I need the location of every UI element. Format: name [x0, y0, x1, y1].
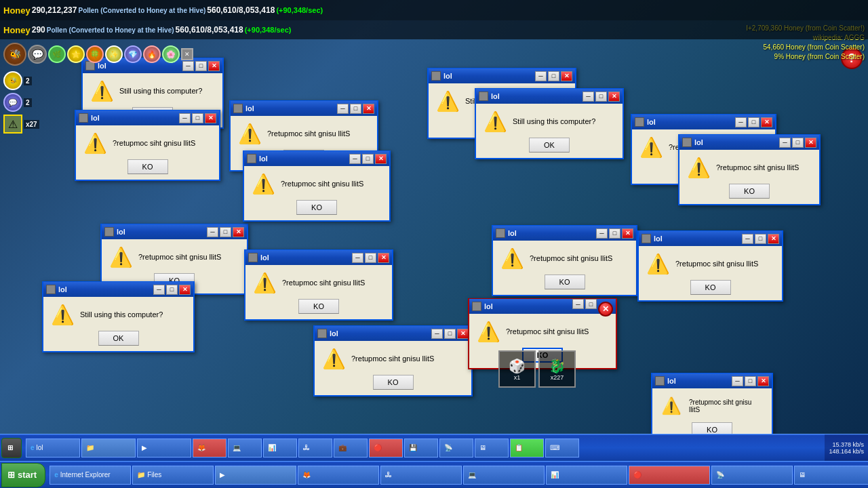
- taskbar-main-ff[interactable]: 🦊: [298, 466, 379, 485]
- max-14[interactable]: □: [755, 234, 766, 244]
- game-icon-6[interactable]: ✨: [105, 45, 123, 63]
- max-11[interactable]: □: [166, 285, 178, 295]
- taskbar-main-10[interactable]: 🖥: [794, 466, 868, 485]
- taskbar-item-4[interactable]: 🦊: [193, 439, 226, 458]
- dialog-15-title: lol: [472, 302, 493, 311]
- max-9[interactable]: □: [220, 227, 231, 237]
- min-4[interactable]: ─: [349, 154, 361, 164]
- game-icon-x[interactable]: ✕: [181, 48, 193, 60]
- game-icon-8[interactable]: 🔥: [143, 45, 161, 63]
- cls-5[interactable]: ✕: [561, 71, 572, 81]
- cls-8[interactable]: ✕: [805, 138, 816, 148]
- minimize-btn-2[interactable]: ─: [179, 113, 191, 123]
- dialog-2-ko[interactable]: KO: [127, 159, 168, 174]
- min-16[interactable]: ─: [732, 376, 743, 386]
- taskbar-main-7[interactable]: 📊: [546, 466, 627, 485]
- taskbar-item-11[interactable]: 📡: [439, 439, 473, 458]
- dialog-14-ko[interactable]: KO: [690, 280, 731, 295]
- cls-6[interactable]: ✕: [608, 92, 620, 102]
- dialog-9-row: ⚠️ ?retupmoc siht gnisu llitS: [110, 246, 239, 268]
- taskbar-main-9[interactable]: 📡: [711, 466, 793, 485]
- dialog-11-text: Still using this computer?: [80, 310, 163, 319]
- cls-11[interactable]: ✕: [179, 285, 191, 295]
- start-button[interactable]: ⊞ start: [1, 463, 45, 487]
- cls-12[interactable]: ✕: [457, 329, 469, 339]
- dialog-10-ko[interactable]: KO: [298, 299, 339, 314]
- taskbar-item-2[interactable]: 📁: [81, 439, 136, 458]
- max-16[interactable]: □: [745, 376, 756, 386]
- taskbar-item-12[interactable]: 🖥: [475, 439, 509, 458]
- cls-15-red[interactable]: ✕: [598, 302, 613, 317]
- game-icon-4[interactable]: ⭐: [67, 45, 85, 63]
- taskbar-item-3[interactable]: ▶: [137, 439, 191, 458]
- taskbar-main-folder[interactable]: 📁 Files: [132, 466, 214, 485]
- min-10[interactable]: ─: [352, 253, 363, 263]
- min-8[interactable]: ─: [779, 138, 791, 148]
- dialog-4-ko[interactable]: KO: [296, 200, 337, 215]
- cls-16[interactable]: ✕: [757, 376, 769, 386]
- game-icon-5[interactable]: 🍀: [86, 45, 104, 63]
- inventory-item-1[interactable]: 🎲 x1: [498, 350, 536, 388]
- taskbar-item-7[interactable]: 🖧: [298, 439, 332, 458]
- t5-icon: 🖧: [385, 471, 392, 479]
- taskbar-item-ie-2[interactable]: e lol: [26, 439, 80, 458]
- cls-7[interactable]: ✕: [761, 117, 772, 127]
- dialog-12-ko[interactable]: KO: [373, 375, 414, 390]
- cls-3[interactable]: ✕: [363, 104, 374, 114]
- max-10[interactable]: □: [365, 253, 376, 263]
- cls-13[interactable]: ✕: [622, 228, 633, 239]
- taskbar-main-5[interactable]: 🖧: [380, 466, 462, 485]
- game-icon-9[interactable]: 🌸: [162, 45, 180, 63]
- cls-10[interactable]: ✕: [378, 253, 389, 263]
- game-icon-3[interactable]: 🌿: [48, 45, 66, 63]
- taskbar-main-8[interactable]: 🔴: [629, 466, 710, 485]
- taskbar-main-6[interactable]: 💻: [463, 466, 545, 485]
- dialog-13-ko[interactable]: KO: [545, 274, 585, 289]
- max-7[interactable]: □: [748, 117, 760, 127]
- close-btn-2[interactable]: ✕: [205, 113, 216, 123]
- taskbar-item-6[interactable]: 📊: [263, 439, 297, 458]
- taskbar-item-9[interactable]: 🔴: [369, 439, 403, 458]
- media-icon-main: ▶: [220, 471, 225, 479]
- cls-14[interactable]: ✕: [768, 234, 779, 244]
- taskbar-item-10[interactable]: 💾: [404, 439, 438, 458]
- taskbar-item-5[interactable]: 💻: [228, 439, 262, 458]
- cls-9[interactable]: ✕: [233, 227, 244, 237]
- max-3[interactable]: □: [350, 104, 361, 114]
- max-15[interactable]: □: [585, 299, 597, 309]
- taskbar-main-ie[interactable]: e Internet Explorer: [50, 466, 131, 485]
- min-9[interactable]: ─: [207, 227, 218, 237]
- min-12[interactable]: ─: [431, 329, 443, 339]
- max-6[interactable]: □: [595, 92, 607, 102]
- max-4[interactable]: □: [362, 154, 374, 164]
- min-14[interactable]: ─: [742, 234, 753, 244]
- start-button-2[interactable]: ⊞: [1, 438, 22, 458]
- dialog-11-ok[interactable]: OK: [98, 331, 139, 346]
- taskbar-item-13[interactable]: 📋: [510, 439, 544, 458]
- taskbar-item-8[interactable]: 💼: [334, 439, 368, 458]
- game-icon-7[interactable]: 💎: [124, 45, 142, 63]
- game-icon-1[interactable]: 🐝: [3, 43, 26, 66]
- max-5[interactable]: □: [548, 71, 559, 81]
- min-7[interactable]: ─: [735, 117, 747, 127]
- min-13[interactable]: ─: [596, 228, 608, 239]
- game-icon-2[interactable]: 💬: [28, 45, 47, 64]
- min-15[interactable]: ─: [572, 299, 584, 309]
- min-11[interactable]: ─: [153, 285, 165, 295]
- taskbar-main-media[interactable]: ▶: [215, 466, 296, 485]
- folder-icon-main: 📁: [137, 471, 145, 479]
- taskbar-item-14[interactable]: ⌨: [545, 439, 579, 458]
- dialog-8-ko[interactable]: KO: [729, 184, 770, 199]
- dialog-6-ok[interactable]: OK: [529, 138, 570, 152]
- min-6[interactable]: ─: [583, 92, 594, 102]
- max-8[interactable]: □: [792, 138, 804, 148]
- cls-4[interactable]: ✕: [375, 154, 387, 164]
- maximize-btn-2[interactable]: □: [192, 113, 203, 123]
- max-13[interactable]: □: [609, 228, 620, 239]
- max-12[interactable]: □: [444, 329, 456, 339]
- dialog-16-row: ⚠️ ?retupmoc siht gnisu llitS: [660, 395, 764, 417]
- inventory-item-2[interactable]: 🐉 x227: [538, 350, 576, 388]
- dialog-13-btns: KO: [501, 274, 628, 289]
- min-5[interactable]: ─: [535, 71, 547, 81]
- min-3[interactable]: ─: [337, 104, 349, 114]
